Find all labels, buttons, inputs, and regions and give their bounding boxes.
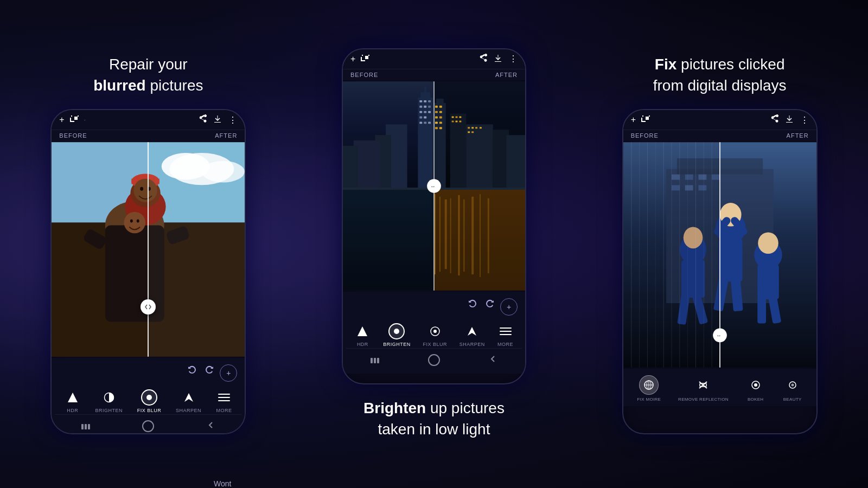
fix-moire-btn[interactable]: FIX MOIRE <box>637 375 661 402</box>
center-image-area: ↔ <box>343 80 525 292</box>
svg-rect-89 <box>445 200 447 269</box>
after-label: AFTER <box>495 72 518 78</box>
svg-rect-45 <box>424 111 426 113</box>
svg-rect-105 <box>500 331 512 332</box>
right-headline: Fix pictures clicked from digital displa… <box>653 54 787 96</box>
nav-back-icon[interactable] <box>206 420 216 432</box>
fixblur-icon <box>141 389 157 406</box>
remove-reflection-btn[interactable]: REMOVE REFLECTION <box>678 375 729 402</box>
svg-rect-83 <box>471 131 474 133</box>
tool-brighten[interactable]: BRIGHTEN <box>95 389 123 413</box>
undo-icon[interactable] <box>468 298 478 316</box>
svg-rect-30 <box>88 424 90 429</box>
fixblur-label: FIX BLUR <box>137 408 162 413</box>
svg-rect-50 <box>424 121 426 124</box>
headline-line1: Repair your <box>109 56 188 73</box>
headline-bold: blurred <box>93 77 145 94</box>
svg-rect-77 <box>459 120 461 122</box>
svg-point-133 <box>758 233 778 254</box>
tool-hdr[interactable]: HDR <box>65 389 81 413</box>
nav-back-icon[interactable] <box>488 354 498 366</box>
top-bar: + · ⋮ <box>52 110 245 130</box>
share-icon[interactable] <box>198 114 207 125</box>
hdr-label: HDR <box>357 342 368 347</box>
svg-point-15 <box>140 187 143 191</box>
tool-brighten[interactable]: BRIGHTEN <box>383 323 411 347</box>
tool-fixblur[interactable]: FIX BLUR <box>423 323 447 347</box>
svg-rect-37 <box>424 87 426 98</box>
svg-point-18 <box>130 220 133 223</box>
tool-sharpen[interactable]: SHARPEN <box>459 323 485 347</box>
svg-rect-81 <box>480 127 482 129</box>
tool-fixblur[interactable]: FIX BLUR <box>137 389 162 413</box>
add-icon[interactable]: + <box>59 115 64 125</box>
crop-icon[interactable] <box>361 54 369 65</box>
top-bar-left: + <box>350 54 369 65</box>
tool-sharpen[interactable]: SHARPEN <box>176 389 201 413</box>
redo-icon[interactable] <box>203 364 214 382</box>
headline-rest: pictures clicked <box>681 56 784 73</box>
svg-rect-91 <box>458 195 459 275</box>
svg-point-19 <box>137 220 139 223</box>
brighten-icon <box>101 389 117 406</box>
svg-rect-56 <box>435 111 438 113</box>
before-label: BEFORE <box>59 132 87 139</box>
center-phone: + ⋮ BEFORE AFTER <box>342 48 526 384</box>
svg-point-102 <box>433 330 437 333</box>
svg-rect-62 <box>435 127 438 129</box>
remove-reflection-icon <box>693 375 713 395</box>
nav-apps-icon[interactable] <box>370 354 380 366</box>
svg-rect-68 <box>450 113 467 188</box>
beauty-btn[interactable]: BEAUTY <box>783 375 802 402</box>
right-toolbar: FIX MOIRE REMOVE REFLECTION <box>623 369 816 406</box>
share-icon[interactable] <box>478 54 487 65</box>
headline-line2: pictures <box>150 77 203 94</box>
fix-moire-icon <box>639 375 659 395</box>
svg-rect-93 <box>471 197 474 274</box>
svg-marker-103 <box>468 327 476 336</box>
download-icon[interactable] <box>494 54 502 65</box>
brighten-icon <box>388 323 405 339</box>
top-bar-right: ⋮ <box>478 54 518 65</box>
add-icon[interactable]: + <box>350 54 355 64</box>
fix-moire-label: FIX MOIRE <box>637 397 661 402</box>
fixblur-icon <box>427 323 443 339</box>
svg-rect-60 <box>435 121 438 124</box>
crop-icon[interactable] <box>641 114 650 125</box>
tool-hdr[interactable]: HDR <box>354 323 371 347</box>
sharpen-icon <box>181 389 197 406</box>
add-action-btn[interactable]: + <box>500 298 518 316</box>
tool-more[interactable]: MORE <box>216 389 232 413</box>
left-headline: Repair your blurred pictures <box>93 54 203 96</box>
svg-rect-84 <box>343 189 434 291</box>
add-action-btn[interactable]: + <box>220 364 237 382</box>
crop-icon[interactable] <box>70 114 79 125</box>
nav-apps-icon[interactable] <box>81 420 91 432</box>
headline-line2: taken in low light <box>378 421 490 438</box>
before-label: BEFORE <box>631 132 659 139</box>
image-area <box>52 141 245 358</box>
nav-home-btn[interactable] <box>428 354 440 366</box>
download-icon[interactable] <box>785 114 794 125</box>
share-icon[interactable] <box>770 114 778 125</box>
redo-icon[interactable] <box>484 298 495 316</box>
add-icon[interactable]: + <box>631 115 636 125</box>
hdr-icon <box>65 389 81 406</box>
download-icon[interactable] <box>213 114 222 125</box>
wont-label: Wont <box>214 479 231 488</box>
nav-home-btn[interactable] <box>142 420 154 432</box>
undo-icon[interactable] <box>187 364 198 382</box>
sharpen-label: SHARPEN <box>459 342 485 347</box>
split-handle[interactable] <box>141 299 156 314</box>
after-label: AFTER <box>215 132 237 139</box>
center-headline-bottom: Brighten up pictures taken in low light <box>363 397 505 440</box>
svg-rect-51 <box>428 121 431 124</box>
svg-rect-57 <box>439 111 442 113</box>
svg-rect-80 <box>475 127 477 129</box>
more-vert-icon[interactable]: ⋮ <box>509 54 518 64</box>
bokeh-btn[interactable]: BOKEH <box>746 375 765 402</box>
tool-more[interactable]: MORE <box>497 323 514 347</box>
more-vert-icon[interactable]: ⋮ <box>228 115 237 125</box>
top-bar-left: + · <box>59 114 86 125</box>
more-vert-icon[interactable]: ⋮ <box>800 115 809 125</box>
